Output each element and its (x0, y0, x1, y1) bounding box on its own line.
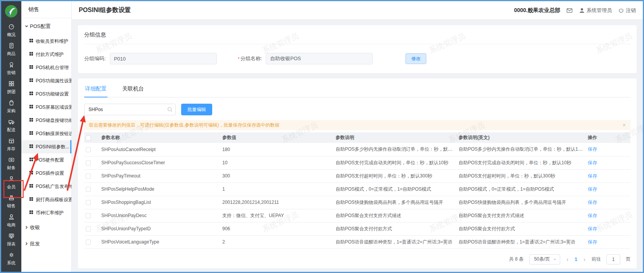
param-value[interactable]: 10 (221, 156, 334, 169)
param-value[interactable]: 1 (221, 183, 334, 196)
menu-item-12[interactable]: 厨打商品模板设置 (21, 193, 71, 206)
row-checkbox[interactable] (86, 160, 91, 165)
param-desc[interactable]: 自助POS模式，0=正常模式，1=自助POS模式 (334, 183, 457, 196)
param-desc[interactable]: 自助POS聚合支付付款方式 (334, 222, 457, 235)
app-logo-icon[interactable] (4, 4, 18, 18)
group-code-input[interactable] (110, 53, 217, 64)
mail-icon[interactable] (566, 7, 573, 14)
save-link[interactable]: 保存 (588, 239, 597, 245)
row-checkbox[interactable] (86, 147, 91, 152)
param-name[interactable]: SHPosUnionPayTypeID (100, 222, 221, 235)
save-link[interactable]: 保存 (588, 226, 597, 231)
close-icon[interactable]: × (623, 122, 626, 128)
tab-linked-terminals[interactable]: 关联机台 (121, 83, 145, 97)
param-name[interactable]: SHPosVoicetLanguageType (100, 235, 221, 249)
param-name[interactable]: SHPosPaySuccessCloseTimer (100, 156, 221, 169)
param-value[interactable]: 支持：微信、支付宝、UEPAY (221, 209, 334, 222)
param-desc[interactable]: 自助POS支付完成自动关闭时间，单位：秒，默认10秒 (334, 156, 457, 169)
sidebar-item-goods[interactable]: 商品 (1, 40, 21, 59)
row-checkbox[interactable] (86, 240, 91, 245)
menu-item-1[interactable]: 付款方式维护 (21, 48, 71, 61)
prev-page-button[interactable]: ‹ (566, 256, 569, 263)
sidebar-item-groupbuy[interactable]: 拼团 (1, 78, 21, 97)
save-link[interactable]: 保存 (588, 200, 597, 205)
logout-button[interactable]: 注销 (618, 7, 636, 14)
current-user[interactable]: 系统管理员 (579, 7, 612, 14)
sidebar-item-inventory[interactable]: 库存 (1, 135, 21, 154)
menu-group-cashier[interactable]: 收银 (21, 219, 71, 236)
sidebar-item-ecommerce[interactable]: 电商 (1, 211, 21, 230)
param-name[interactable]: SHPosSelpHelpPosMode (100, 183, 221, 196)
menu-item-4[interactable]: POS功能键设置 (21, 87, 71, 101)
row-checkbox[interactable] (86, 200, 91, 205)
menu-item-9[interactable]: POS硬件配置 (21, 153, 71, 167)
param-desc[interactable]: 自助POS语音提醒语种类型，1=普通话;2=广州话;3=英语 (334, 235, 457, 249)
menu-group-pos-config[interactable]: POS配置 (21, 18, 71, 35)
save-link[interactable]: 保存 (588, 146, 597, 152)
modify-button[interactable]: 修改 (405, 53, 426, 64)
param-value[interactable]: 906 (221, 222, 334, 235)
menu-item-10[interactable]: POS插件设置 (21, 167, 71, 180)
save-link[interactable]: 保存 (588, 160, 597, 165)
save-link[interactable]: 保存 (588, 213, 597, 218)
save-link[interactable]: 保存 (588, 173, 597, 179)
param-desc[interactable]: 自助POS聚合支付支持方式描述 (334, 209, 457, 222)
next-page-button[interactable]: › (583, 256, 586, 263)
group-name-input[interactable] (266, 53, 373, 64)
sidebar-item-delivery[interactable]: 配送 (1, 116, 21, 135)
menu-item-13[interactable]: 币种汇率维护 (21, 206, 71, 219)
param-name[interactable]: SHPosShoppingBagList (100, 196, 221, 209)
menu-item-7[interactable]: POS触摸屏按钮设置 (21, 127, 71, 140)
tab-detail-config[interactable]: 详细配置 (84, 83, 107, 97)
param-desc-en[interactable]: 自助POS语音提醒语种类型，1=普通话;2=广州话;3=英语 (457, 235, 586, 249)
sidebar-item-sales[interactable]: 销售 (1, 192, 21, 211)
save-link[interactable]: 保存 (588, 186, 597, 192)
param-desc[interactable]: 自助POS多少秒内无操作自动取消订单，单位：秒，默认180秒 (334, 143, 457, 156)
sidebar-item-purchase[interactable]: 采购 (1, 97, 21, 116)
param-desc-en[interactable]: 自助POS支付完成自动关闭时间，单位：秒，默认10秒 (457, 156, 586, 169)
gauge-icon (8, 23, 15, 31)
menu-item-0[interactable]: 收银员资料维护 (21, 35, 71, 48)
sidebar-item-marketing[interactable]: 营销 (1, 59, 21, 78)
menu-group-wholesale[interactable]: 批发 (21, 236, 71, 252)
menu-item-6[interactable]: POS键盘按键功能... (21, 114, 71, 127)
batch-edit-button[interactable]: 批量编辑 (181, 104, 212, 115)
row-checkbox[interactable] (86, 174, 91, 179)
param-desc-en[interactable]: 自助POS聚合支付支持方式描述 (457, 209, 586, 222)
param-desc-en[interactable]: 自助POS支付超时时间，单位：秒，默认300秒 (457, 169, 586, 183)
document-icon (8, 42, 15, 50)
row-checkbox[interactable] (86, 187, 91, 192)
param-name[interactable]: SHPosAutoCancelReceipt (100, 143, 221, 156)
param-desc-en[interactable]: 自助POS多少秒内无操作自动取消订单，单位：秒，默认180秒 (457, 143, 586, 156)
param-desc[interactable]: 自助POS快捷购物袋商品列表，多个商品用逗号隔开 (334, 196, 457, 209)
select-all-checkbox[interactable] (86, 136, 91, 141)
search-input[interactable] (84, 104, 176, 115)
param-value[interactable]: 2 (221, 235, 334, 249)
pos-terminal-icon (8, 195, 15, 203)
page-size-select[interactable]: 50条/页 (529, 254, 561, 264)
menu-item-5[interactable]: POS屏幕区域设置 (21, 101, 71, 114)
param-value[interactable]: 2001228,2001214,2001211 (221, 196, 334, 209)
menu-item-3[interactable]: POS功能属性设置 (21, 74, 71, 87)
goto-page-input[interactable] (606, 254, 620, 264)
param-name[interactable]: SHPosPayTimeout (100, 169, 221, 183)
param-name[interactable]: SHPosUnionPayDesc (100, 209, 221, 222)
param-value[interactable]: 300 (221, 169, 334, 183)
sidebar-item-finance[interactable]: 财务 (1, 154, 21, 173)
param-desc-en[interactable]: 自助POS模式，0=正常模式，1=自助POS模式 (457, 183, 586, 196)
sidebar-item-overview[interactable]: 概况 (1, 21, 21, 40)
current-page[interactable]: 1 (575, 257, 577, 262)
sidebar-item-system[interactable]: 系统 (1, 249, 21, 268)
param-desc-en[interactable]: 自助POS快捷购物袋商品列表，多个商品用逗号隔开 (457, 196, 586, 209)
param-desc-en[interactable]: 自助POS聚合支付付款方式 (457, 222, 586, 235)
param-value[interactable]: 180 (221, 143, 334, 156)
menu-item-8[interactable]: POSINI组参数... (21, 140, 71, 153)
sidebar-item-report[interactable]: 报表 (1, 230, 21, 249)
row-checkbox[interactable] (86, 226, 91, 231)
row-checkbox[interactable] (86, 213, 91, 218)
param-desc[interactable]: 自助POS支付超时时间，单位：秒，默认300秒 (334, 169, 457, 183)
tab-bar: 详细配置 关联机台 (84, 83, 630, 97)
menu-item-2[interactable]: POS机机台管理 (21, 61, 71, 74)
sidebar-item-member[interactable]: 会员 (1, 173, 21, 192)
menu-item-11[interactable]: POS机广告发布维护 (21, 180, 71, 193)
